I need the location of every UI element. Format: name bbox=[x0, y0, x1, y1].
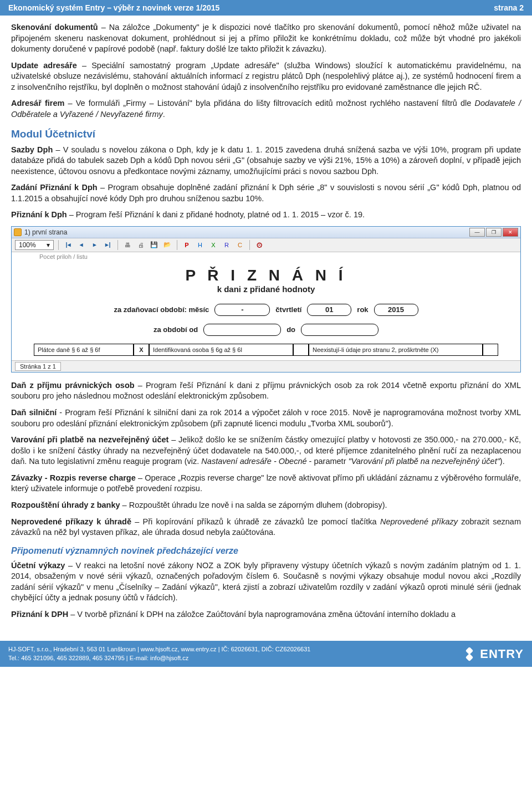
minimize-button[interactable]: — bbox=[469, 228, 485, 237]
field-ctvrtleti: 01 bbox=[307, 304, 351, 316]
cell-neexistuji: Neexistují-li údaje pro stranu 2, proškr… bbox=[309, 344, 483, 356]
footer-logo: ENTRY bbox=[462, 647, 524, 661]
status-page: Stránka 1 z 1 bbox=[15, 362, 61, 371]
page-header: Ekonomický systém Entry – výběr z novine… bbox=[0, 0, 532, 16]
window-app-icon bbox=[14, 228, 22, 236]
footer-line1: HJ-SOFT, s.r.o., Hradební 3, 563 01 Lanš… bbox=[8, 645, 310, 654]
form-row-period: za zdaňovací období: měsíc - čtvrtletí 0… bbox=[34, 304, 498, 316]
last-page-icon[interactable]: ▸| bbox=[103, 240, 113, 250]
export-excel-icon[interactable]: X bbox=[208, 240, 218, 250]
label-rok: rok bbox=[357, 305, 368, 314]
para-ucetni-vykazy: Účetní výkazy – V reakci na letošní nové… bbox=[11, 560, 521, 604]
open-icon[interactable]: 📂 bbox=[162, 240, 172, 250]
para-dan-silnicni: Daň silniční - Program řeší Přiznání k s… bbox=[11, 407, 521, 429]
export-html-icon[interactable]: H bbox=[195, 240, 205, 250]
para-priznani-dph-2: Přiznání k DPH – V tvorbě přiznání k DPH… bbox=[11, 609, 521, 620]
footer-contact: HJ-SOFT, s.r.o., Hradební 3, 563 01 Lanš… bbox=[8, 645, 310, 662]
export-pdf-icon[interactable]: P bbox=[182, 240, 192, 250]
window-title: 1) první strana bbox=[24, 228, 469, 236]
form-title: P Ř I Z N Á N Í bbox=[34, 267, 498, 284]
chevron-down-icon: ▾ bbox=[47, 241, 50, 249]
status-bar: Stránka 1 z 1 bbox=[12, 360, 520, 372]
cell-identifikovana: Identifikovaná osoba § 6g až § 6l bbox=[149, 344, 293, 356]
para-sazby-dph: Sazby Dph – V souladu s novelou zákona o… bbox=[11, 145, 521, 177]
toolbar: 100%▾ |◂ ◂ ▸ ▸| 🖶 🖨 💾 📂 P H X R C ⮿ bbox=[12, 238, 520, 252]
field-rok: 2015 bbox=[374, 304, 418, 316]
close-button[interactable]: ✕ bbox=[503, 228, 518, 237]
field-mesic: - bbox=[214, 304, 270, 316]
window-titlebar: 1) první strana — ❐ ✕ bbox=[12, 227, 520, 238]
maximize-button[interactable]: ❐ bbox=[486, 228, 502, 237]
header-left: Ekonomický systém Entry – výběr z novine… bbox=[8, 3, 219, 12]
cell-platce: Plátce daně § 6 až § 6f bbox=[34, 344, 134, 356]
embedded-screenshot: 1) první strana — ❐ ✕ 100%▾ |◂ ◂ ▸ ▸| 🖶 … bbox=[11, 226, 521, 373]
cell-neexistuji-x bbox=[483, 344, 498, 356]
para-zadani-priznani: Zadání Přiznání k Dph – Program obsahuje… bbox=[11, 182, 521, 204]
section-ucetnictvi: Modul Účetnictví bbox=[11, 128, 521, 140]
cell-identifikovana-x bbox=[293, 344, 309, 356]
para-adresar-firem: Adresář firem – Ve formuláři „Firmy – Li… bbox=[11, 98, 521, 120]
field-od bbox=[203, 324, 281, 336]
cell-platce-x: X bbox=[134, 344, 149, 356]
para-zavazky-reverse: Závazky - Rozpis reverse charge – Operac… bbox=[11, 473, 521, 494]
close-report-icon[interactable]: ⮿ bbox=[254, 240, 264, 250]
para-rozpousteni: Rozpouštění úhrady z banky – Rozpouštět … bbox=[11, 500, 521, 511]
para-update-adresare: Update adresáře – Speciální samostatný p… bbox=[11, 60, 521, 93]
export-rtf-icon[interactable]: R bbox=[222, 240, 232, 250]
first-page-icon[interactable]: |◂ bbox=[63, 240, 73, 250]
form-preview: Pocet priloh / listu P Ř I Z N Á N Í k d… bbox=[12, 252, 520, 360]
header-right: strana 2 bbox=[494, 3, 524, 12]
next-page-icon[interactable]: ▸ bbox=[90, 240, 100, 250]
truncated-label: Pocet priloh / listu bbox=[39, 253, 88, 260]
para-priznani-dph: Přiznání k Dph – Program řeší Přiznání k… bbox=[11, 210, 521, 221]
para-varovani: Varování při platbě na nezveřejněný účet… bbox=[11, 435, 521, 467]
para-dan-prijmu: Daň z příjmu právnických osob – Program … bbox=[11, 380, 521, 402]
para-neprovedene: Neprovedené příkazy k úhradě – Při kopír… bbox=[11, 517, 521, 538]
entry-logo-icon bbox=[462, 647, 477, 661]
page-content: Skenování dokumentů – Na záložce „Dokume… bbox=[0, 16, 532, 631]
section-pripomenuti: Připomenutí významných novinek předcháze… bbox=[11, 546, 521, 556]
field-do bbox=[301, 324, 378, 336]
window-buttons: — ❐ ✕ bbox=[469, 228, 518, 237]
export-csv-icon[interactable]: C bbox=[235, 240, 245, 250]
label-ctvrtleti: čtvrtletí bbox=[275, 305, 301, 314]
entry-logo-text: ENTRY bbox=[480, 647, 524, 661]
form-row-checkboxes: Plátce daně § 6 až § 6f X Identifikovaná… bbox=[34, 344, 498, 356]
label-do: do bbox=[287, 325, 295, 334]
print-setup-icon[interactable]: 🖶 bbox=[122, 240, 132, 250]
prev-page-icon[interactable]: ◂ bbox=[76, 240, 86, 250]
page-footer: HJ-SOFT, s.r.o., Hradební 3, 563 01 Lanš… bbox=[0, 641, 532, 667]
save-icon[interactable]: 💾 bbox=[149, 240, 159, 250]
label-od: za období od bbox=[154, 325, 198, 334]
print-icon[interactable]: 🖨 bbox=[136, 240, 146, 250]
zoom-dropdown[interactable]: 100%▾ bbox=[15, 240, 54, 250]
footer-line2: Tel.: 465 321096, 465 322889, 465 324795… bbox=[8, 654, 310, 662]
form-subtitle: k dani z přidané hodnoty bbox=[34, 284, 498, 294]
para-skenovani: Skenování dokumentů – Na záložce „Dokume… bbox=[11, 22, 521, 55]
label-mesic: za zdaňovací období: měsíc bbox=[114, 305, 209, 314]
form-row-range: za období od do bbox=[34, 324, 498, 336]
